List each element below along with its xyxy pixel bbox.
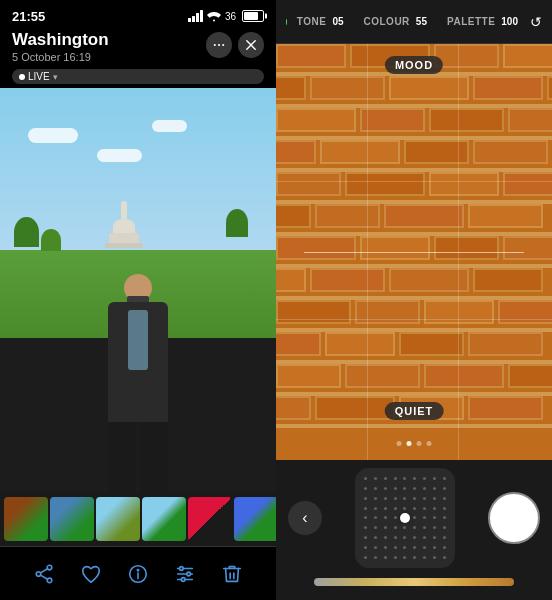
- signal-icon: [188, 10, 203, 22]
- capitol-spire: [121, 201, 127, 219]
- dot-indicators: [397, 441, 432, 446]
- left-panel: 21:55 36 Washington 5 October 16:19: [0, 0, 276, 600]
- status-icons: 36: [188, 10, 264, 22]
- back-button[interactable]: ‹: [288, 501, 322, 535]
- person-silhouette: [108, 274, 168, 492]
- status-time: 21:55: [12, 9, 45, 24]
- bottom-action-row: ‹: [276, 468, 552, 568]
- filter-top-label: MOOD: [385, 56, 443, 74]
- back-icon: ‹: [302, 509, 307, 527]
- filter-preview[interactable]: MOOD QUIET: [276, 44, 552, 460]
- selector-line: [304, 252, 525, 253]
- colour-value[interactable]: 55: [416, 16, 427, 27]
- reset-button[interactable]: ↺: [530, 11, 542, 33]
- share-button[interactable]: [26, 556, 62, 592]
- main-photo: [0, 88, 276, 492]
- tree-2: [41, 229, 61, 251]
- top-controls: TONE 05 COLOUR 55 PALETTE 100 ↺: [276, 0, 552, 44]
- leg-right: [140, 422, 168, 492]
- palette-value[interactable]: 100: [501, 16, 518, 27]
- dot-2[interactable]: [407, 441, 412, 446]
- battery-icon: [242, 10, 264, 22]
- bottom-controls: ‹: [276, 460, 552, 600]
- svg-point-0: [214, 44, 216, 46]
- person-body: [108, 302, 168, 422]
- colour-label: COLOUR: [364, 16, 410, 27]
- photo-header: Washington 5 October 16:19: [0, 28, 276, 67]
- thumbnail-2[interactable]: [50, 497, 94, 541]
- svg-point-5: [47, 565, 52, 570]
- svg-point-1: [218, 44, 220, 46]
- dot-4[interactable]: [427, 441, 432, 446]
- svg-point-10: [137, 569, 138, 570]
- live-badge[interactable]: LIVE ▾: [12, 69, 264, 84]
- bottom-toolbar: [0, 546, 276, 600]
- live-label: LIVE: [28, 71, 50, 82]
- filter-bottom-label: QUIET: [385, 402, 444, 420]
- delete-button[interactable]: [214, 556, 250, 592]
- tree-3: [226, 209, 248, 237]
- adjust-button[interactable]: [167, 556, 203, 592]
- photo-title-area: Washington 5 October 16:19: [12, 30, 109, 63]
- svg-point-2: [222, 44, 224, 46]
- photo-date: 5 October 16:19: [12, 51, 109, 63]
- person-head: [124, 274, 152, 302]
- person-legs: [108, 422, 168, 492]
- svg-point-15: [187, 572, 191, 576]
- more-button[interactable]: [206, 32, 232, 58]
- shirt-visible: [128, 310, 148, 370]
- svg-point-6: [36, 571, 41, 576]
- favorite-button[interactable]: [73, 556, 109, 592]
- color-palette-strip[interactable]: [314, 578, 514, 586]
- leg-left: [108, 422, 136, 492]
- photo-title: Washington: [12, 30, 109, 50]
- wifi-icon: [207, 11, 221, 22]
- filter-grid[interactable]: [355, 468, 455, 568]
- reset-icon: ↺: [530, 14, 542, 30]
- palette-label: PALETTE: [447, 16, 495, 27]
- capitol-steps: [105, 243, 143, 248]
- right-panel: TONE 05 COLOUR 55 PALETTE 100 ↺: [276, 0, 552, 600]
- thumbnail-6[interactable]: [234, 497, 276, 541]
- grid-selector-dot: [400, 513, 410, 523]
- cloud-2: [152, 120, 187, 132]
- close-icon: [244, 38, 258, 52]
- battery-label: 36: [225, 11, 236, 22]
- close-button[interactable]: [238, 32, 264, 58]
- thumbnail-3[interactable]: [96, 497, 140, 541]
- live-dot: [19, 74, 25, 80]
- cloud-1: [28, 128, 78, 143]
- thumbnail-1[interactable]: [4, 497, 48, 541]
- capitol-building: [105, 201, 143, 248]
- capitol-dome: [113, 219, 135, 233]
- tone-label: TONE: [297, 16, 327, 27]
- thumbnail-5[interactable]: [188, 497, 232, 541]
- info-button[interactable]: [120, 556, 156, 592]
- svg-point-14: [180, 566, 184, 570]
- brick-wall-bg: MOOD QUIET: [276, 44, 552, 460]
- status-bar: 21:55 36: [0, 0, 276, 28]
- svg-point-7: [47, 578, 52, 583]
- svg-point-16: [181, 577, 185, 581]
- dot-1[interactable]: [397, 441, 402, 446]
- chevron-down-icon: ▾: [53, 72, 58, 82]
- ellipsis-icon: [212, 38, 226, 52]
- green-status-dot: [286, 19, 287, 25]
- capitol-body: [109, 233, 139, 243]
- thumbnail-strip: [0, 492, 276, 546]
- tree-1: [14, 217, 39, 247]
- dot-3[interactable]: [417, 441, 422, 446]
- tone-value[interactable]: 05: [332, 16, 343, 27]
- shutter-button[interactable]: [488, 492, 540, 544]
- cloud-3: [97, 149, 142, 162]
- thumbnail-4[interactable]: [142, 497, 186, 541]
- photo-header-actions: [206, 32, 264, 58]
